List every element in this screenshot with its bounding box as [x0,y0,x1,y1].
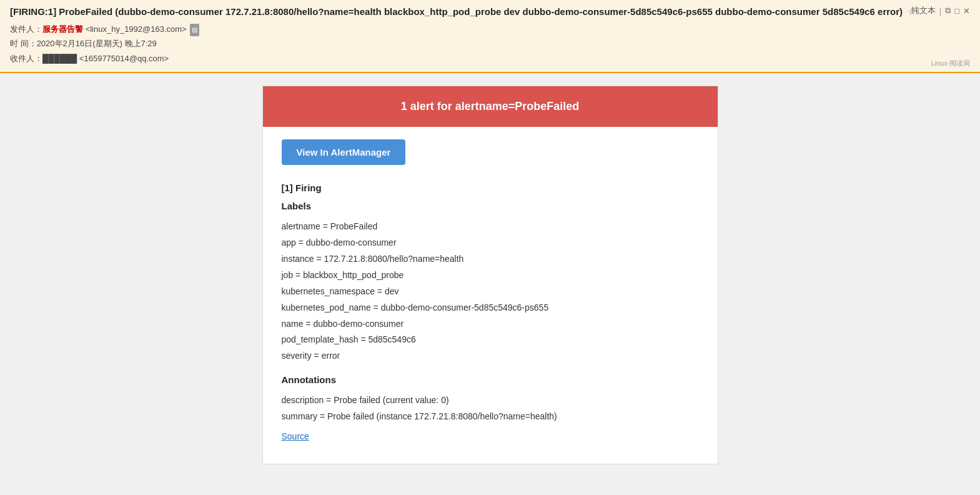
card-icon: ▤ [190,24,199,36]
annotation-row: summary = Probe failed (instance 172.7.2… [282,409,699,425]
label-row: job = blackbox_http_pod_probe [282,268,699,284]
to-value: ██████ <1659775014@qq.com> [42,54,169,63]
time-row: 时 间：2020年2月16日(星期天) 晚上7:29 [10,36,970,51]
sender-name: 服务器告警 [42,24,83,34]
email-actions: 纯文本 | ⧉ □ ✕ [911,5,970,16]
time-label: 时 间： [10,39,37,48]
label-row: instance = 172.7.21.8:8080/hello?name=he… [282,251,699,268]
annotation-row: description = Probe failed (current valu… [282,392,699,409]
window-icon[interactable]: □ [954,6,959,16]
to-label: 收件人： [10,54,42,63]
email-meta: 发件人：服务器告警 <linux_hy_1992@163.com> ▤ 时 间：… [10,22,970,66]
plain-text-button[interactable]: 纯文本 [911,5,936,16]
alert-content: View In AlertManager [1] Firing Labels a… [263,127,718,464]
from-label: 发件人： [10,24,42,34]
alert-banner: 1 alert for alertname=ProbeFailed [263,86,718,127]
subject-text: [FIRING:1] ProbeFailed (dubbo-demo-consu… [10,6,903,17]
from-row: 发件人：服务器告警 <linux_hy_1992@163.com> ▤ [10,22,970,36]
alert-banner-text: 1 alert for alertname=ProbeFailed [401,100,580,112]
labels-section: Labels alertname = ProbeFailedapp = dubb… [282,201,699,364]
labels-list: alertname = ProbeFailedapp = dubbo-demo-… [282,219,699,364]
footer-area: Source [282,425,699,445]
annotations-section: Annotations description = Probe failed (… [282,374,699,425]
email-body: 1 alert for alertname=ProbeFailed View I… [0,73,980,479]
close-icon[interactable]: ✕ [963,6,970,16]
label-row: pod_template_hash = 5d85c549c6 [282,332,699,348]
firing-title: [1] Firing [282,182,699,193]
view-btn-container: View In AlertManager [282,139,699,178]
time-value: 2020年2月16日(星期天) 晚上7:29 [37,39,157,48]
labels-title: Labels [282,201,699,211]
bottom-label: Linux·阅读局 [931,59,970,68]
divider: | [939,6,941,16]
label-row: alertname = ProbeFailed [282,219,699,235]
alert-container: 1 alert for alertname=ProbeFailed View I… [262,86,718,464]
view-alertmanager-button[interactable]: View In AlertManager [282,139,406,165]
label-row: severity = error [282,348,699,364]
source-link[interactable]: Source [282,431,309,441]
label-row: kubernetes_pod_name = dubbo-demo-consume… [282,300,699,316]
label-row: app = dubbo-demo-consumer [282,235,699,251]
sender-email: <linux_hy_1992@163.com> [86,24,187,34]
annotations-list: description = Probe failed (current valu… [282,392,699,425]
email-subject: [FIRING:1] ProbeFailed (dubbo-demo-consu… [10,5,970,18]
to-row: 收件人：██████ <1659775014@qq.com> [10,51,970,66]
annotations-title: Annotations [282,374,699,385]
label-row: name = dubbo-demo-consumer [282,316,699,332]
label-row: kubernetes_namespace = dev [282,284,699,300]
copy-icon[interactable]: ⧉ [945,6,951,16]
email-header: [FIRING:1] ProbeFailed (dubbo-demo-consu… [0,0,980,73]
